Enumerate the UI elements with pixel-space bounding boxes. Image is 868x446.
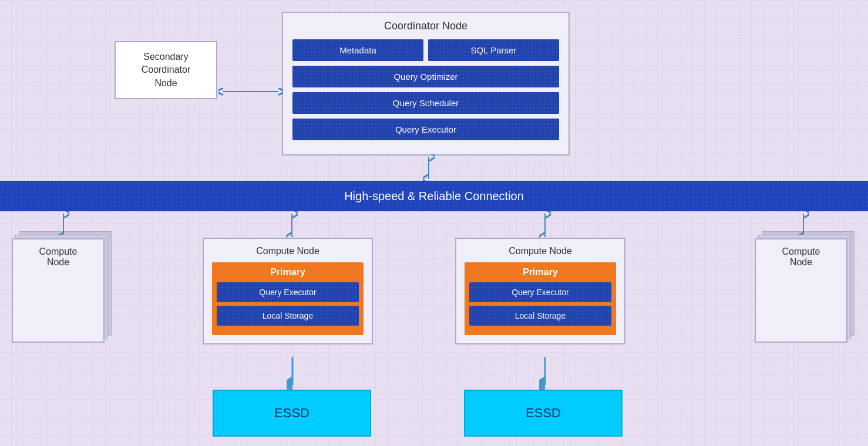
- compute-node-3: Compute Node Primary Query Executor Loca…: [455, 238, 625, 344]
- compute-node-3-title: Compute Node: [465, 246, 616, 256]
- compute-node-1-wrapper: ComputeNode: [12, 238, 105, 343]
- primary3-to-essd-arrow: [539, 357, 551, 390]
- essd-box-2: ESSD: [464, 390, 623, 437]
- compute-node-2-title: Compute Node: [212, 246, 364, 256]
- query-executor-3: Query Executor: [469, 282, 611, 302]
- query-executor-2: Query Executor: [217, 282, 359, 302]
- primary-box-3: Primary Query Executor Local Storage: [465, 262, 616, 335]
- secondary-coordinator-label: SecondaryCoordinatorNode: [142, 52, 191, 88]
- query-scheduler-box: Query Scheduler: [292, 92, 559, 114]
- bar-to-compute2-arrow: [286, 211, 298, 239]
- essd-box-1: ESSD: [213, 390, 371, 437]
- secondary-coordinator-node: SecondaryCoordinatorNode: [115, 41, 217, 99]
- essd-label-2: ESSD: [526, 406, 561, 421]
- primary-box-2: Primary Query Executor Local Storage: [212, 262, 364, 335]
- compute-node-4-title: ComputeNode: [764, 246, 838, 268]
- connection-bar: High-speed & Reliable Connection: [0, 181, 868, 211]
- secondary-coordinator-arrow: [218, 86, 283, 97]
- local-storage-3: Local Storage: [469, 306, 611, 326]
- compute-node-2: Compute Node Primary Query Executor Loca…: [203, 238, 373, 344]
- primary-title-3: Primary: [469, 267, 611, 278]
- sql-parser-box: SQL Parser: [428, 39, 559, 61]
- coordinator-to-bar-arrow: [423, 154, 435, 181]
- metadata-box: Metadata: [292, 39, 423, 61]
- compute-node-1: ComputeNode: [12, 238, 105, 343]
- query-optimizer-box: Query Optimizer: [292, 66, 559, 87]
- primary2-to-essd-arrow: [287, 357, 298, 390]
- bar-to-compute3-arrow: [539, 211, 551, 239]
- compute-node-1-title: ComputeNode: [21, 246, 95, 268]
- coordinator-node: Coordinator Node Metadata SQL Parser Que…: [282, 12, 570, 156]
- compute-node-4: ComputeNode: [755, 238, 847, 343]
- local-storage-2: Local Storage: [217, 306, 359, 326]
- query-executor-coord-box: Query Executor: [292, 119, 559, 140]
- primary-title-2: Primary: [217, 267, 359, 278]
- coordinator-title: Coordinator Node: [292, 20, 559, 32]
- compute-node-4-wrapper: ComputeNode: [755, 238, 847, 343]
- connection-bar-label: High-speed & Reliable Connection: [344, 190, 524, 203]
- essd-label-1: ESSD: [274, 406, 309, 421]
